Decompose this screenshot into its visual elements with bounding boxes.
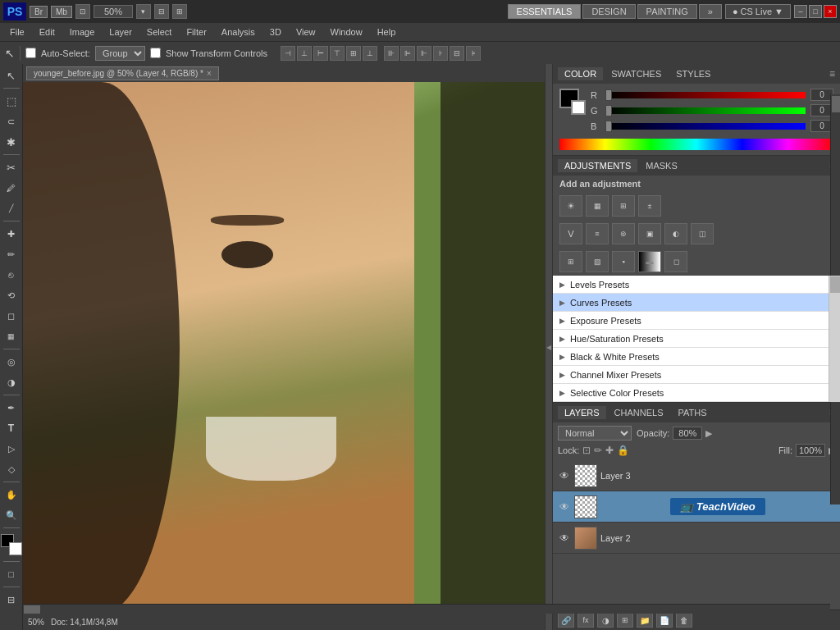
b-thumb[interactable] [605,121,612,132]
distribute-center-h-icon[interactable]: ⊫ [400,46,415,61]
hue-sat-icon[interactable]: ≡ [586,223,609,244]
more-workspaces-button[interactable]: » [699,4,722,19]
marquee-tool[interactable]: ⬚ [2,91,21,111]
huesat-presets-item[interactable]: ▶ Hue/Saturation Presets [553,330,829,348]
pen-tool[interactable]: ✒ [2,398,21,418]
menu-window[interactable]: Window [324,25,369,39]
align-right-icon[interactable]: ⊢ [313,46,328,61]
photo-filter-icon[interactable]: ◐ [664,223,687,244]
new-fill-layer-button[interactable]: ⊞ [617,613,633,628]
zoom-dropdown-icon[interactable]: ▾ [136,4,151,19]
fg-bg-colors[interactable] [1,534,22,555]
magic-wand-tool[interactable]: ✱ [2,132,21,152]
close-button[interactable]: × [824,5,837,18]
cs-live-button[interactable]: ● CS Live ▼ [725,4,791,19]
tab-channels[interactable]: CHANNELS [608,406,670,419]
vibrance-icon[interactable]: V [559,223,582,244]
color-swatches-display[interactable] [559,89,586,115]
tab-color[interactable]: COLOR [558,67,603,80]
quick-mask-tool[interactable]: □ [2,564,21,584]
blur-tool[interactable]: ◎ [2,352,21,372]
lock-image-icon[interactable]: ✏ [594,445,602,456]
document-close-button[interactable]: × [207,69,212,78]
auto-select-checkbox[interactable] [25,48,36,58]
history-tool[interactable]: ⟲ [2,285,21,305]
levels-icon[interactable]: ▦ [586,195,609,217]
menu-layer[interactable]: Layer [103,25,139,39]
menu-file[interactable]: File [3,25,31,39]
essentials-button[interactable]: ESSENTIALS [508,4,582,19]
tab-styles[interactable]: STYLES [669,67,717,80]
blend-mode-select[interactable]: Normal [558,426,632,441]
panel-collapse-handle[interactable]: ◀ [545,64,553,630]
link-layers-button[interactable]: 🔗 [558,613,574,628]
opacity-input[interactable] [673,427,702,440]
color-balance-icon[interactable]: ⊚ [612,223,635,244]
r-thumb[interactable] [605,89,612,101]
lock-transparent-icon[interactable]: ⊡ [582,445,591,456]
layer-style-button[interactable]: fx [578,613,594,628]
bw-presets-item[interactable]: ▶ Black & White Presets [553,348,829,366]
color-panel-menu-button[interactable]: ≡ [829,68,835,80]
menu-help[interactable]: Help [371,25,403,39]
lock-position-icon[interactable]: ✚ [605,445,614,456]
transform-controls-checkbox[interactable] [150,48,161,58]
tab-masks[interactable]: MASKS [639,159,684,172]
ruler-tool[interactable]: ╱ [2,199,21,218]
layer-2-visibility[interactable]: 👁 [558,532,571,545]
distribute-bottom-icon[interactable]: ⊧ [466,46,481,61]
g-slider[interactable] [605,107,806,114]
menu-analysis[interactable]: Analysis [215,25,262,39]
clone-tool[interactable]: ⎋ [2,265,21,285]
g-thumb[interactable] [605,105,612,116]
canvas-container[interactable] [23,82,545,614]
b-slider[interactable] [605,123,806,130]
gradient-tool[interactable]: ▦ [2,326,21,346]
auto-select-dropdown[interactable]: Group [95,46,145,61]
hand-tool[interactable]: ✋ [2,485,21,504]
channel-mixer-icon[interactable]: ◫ [691,223,714,244]
levels-presets-item[interactable]: ▶ Levels Presets [553,276,829,294]
menu-select[interactable]: Select [140,25,179,39]
menu-edit[interactable]: Edit [33,25,62,39]
menu-image[interactable]: Image [63,25,102,39]
type-tool[interactable]: T [2,418,21,438]
design-button[interactable]: DESIGN [582,4,635,19]
shape-tool[interactable]: ◇ [2,459,21,479]
dodge-tool[interactable]: ◑ [2,372,21,392]
distribute-left-icon[interactable]: ⊪ [384,46,399,61]
add-mask-button[interactable]: ◑ [597,613,614,628]
crop-tool[interactable]: ✂ [2,158,21,177]
fill-input[interactable] [796,444,825,457]
threshold-icon[interactable]: ▪ [612,251,635,272]
tab-swatches[interactable]: SWATCHES [605,67,668,80]
layer-4-visibility[interactable]: 👁 [558,500,571,514]
background-color[interactable] [9,542,22,555]
menu-3d[interactable]: 3D [263,25,288,39]
delete-layer-button[interactable]: 🗑 [676,613,692,628]
distribute-center-v-icon[interactable]: ⊟ [450,46,464,61]
lock-all-icon[interactable]: 🔒 [617,445,629,456]
brush-tool[interactable]: ✏ [2,244,21,264]
zoom-tool[interactable]: 🔍 [2,505,21,525]
document-tab[interactable]: younger_before.jpg @ 50% (Layer 4, RGB/8… [26,66,219,80]
canvas-hscrollbar[interactable] [23,604,545,614]
layer-3-visibility[interactable]: 👁 [558,469,571,482]
zoom-input[interactable] [94,5,133,18]
posterize-icon[interactable]: ▧ [586,251,609,272]
align-bottom-icon[interactable]: ⊥ [363,46,377,61]
invert-icon[interactable]: ⊞ [559,251,582,272]
color-spectrum[interactable] [559,139,833,150]
eyedropper-tool[interactable]: 🖉 [2,178,21,198]
align-center-v-icon[interactable]: ⊞ [346,46,361,61]
new-layer-button[interactable]: 📄 [656,613,673,628]
distribute-top-icon[interactable]: ⊦ [433,46,448,61]
selective-color-icon[interactable]: ◻ [664,251,687,272]
path-tool[interactable]: ▷ [2,439,21,459]
presets-scrollbar[interactable] [829,276,840,402]
image-mode-icon[interactable]: ⊡ [75,4,90,19]
curves-presets-item[interactable]: ▶ Curves Presets [553,294,829,312]
menu-filter[interactable]: Filter [180,25,212,39]
layer-item-2[interactable]: 👁 Layer 2 [553,523,840,554]
minibr-button[interactable]: Mb [51,6,72,18]
